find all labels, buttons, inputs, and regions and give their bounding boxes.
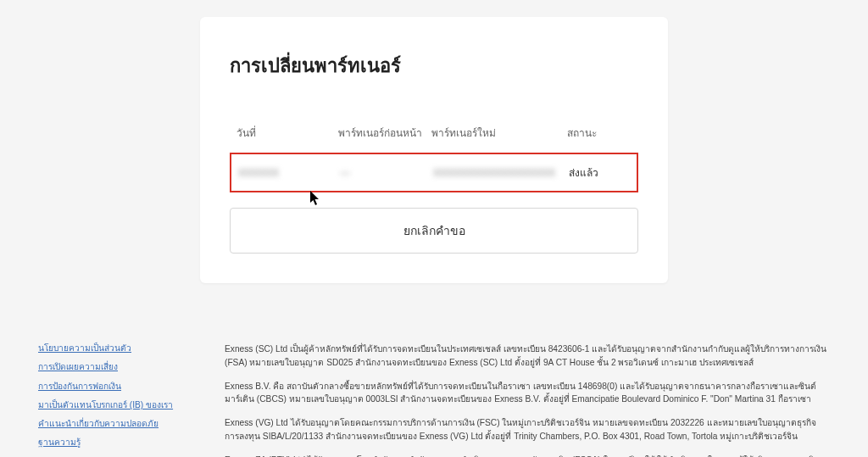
footer-link-privacy[interactable]: นโยบายความเป็นส่วนตัว: [38, 343, 184, 354]
footer-legal-text: Exness (SC) Ltd เป็นผู้ค้าหลักทรัพย์ที่ไ…: [225, 343, 830, 457]
col-header-date: วันที่: [236, 125, 338, 141]
row-prev: —: [340, 167, 433, 179]
page-footer: นโยบายความเป็นส่วนตัว การเปิดเผยความเสี่…: [0, 324, 868, 457]
cancel-request-button[interactable]: ยกเลิกคำขอ: [230, 208, 638, 254]
row-date: XXXXXX: [238, 167, 340, 179]
col-header-status: สถานะ: [567, 125, 632, 141]
request-row[interactable]: XXXXXX — XXXXXXXXXXXXXXXXXX ส่งแล้ว: [230, 153, 638, 192]
col-header-new: พาร์ทเนอร์ใหม่: [431, 125, 567, 141]
table-header-row: วันที่ พาร์ทเนอร์ก่อนหน้า พาร์ทเนอร์ใหม่…: [230, 125, 638, 141]
footer-link-aml[interactable]: การป้องกันการฟอกเงิน: [38, 381, 184, 393]
footer-link-ib[interactable]: มาเป็นตัวแทนโบรกเกอร์ (IB) ของเรา: [38, 399, 184, 411]
row-status: ส่งแล้ว: [569, 164, 630, 181]
footer-link-security[interactable]: คำแนะนำเกี่ยวกับความปลอดภัย: [38, 418, 184, 430]
col-header-prev: พาร์ทเนอร์ก่อนหน้า: [338, 125, 431, 141]
footer-links: นโยบายความเป็นส่วนตัว การเปิดเผยความเสี่…: [38, 343, 184, 457]
legal-para-3: Exness (VG) Ltd ได้รับอนุญาตโดยคณะกรรมกา…: [225, 416, 830, 443]
legal-para-1: Exness (SC) Ltd เป็นผู้ค้าหลักทรัพย์ที่ไ…: [225, 343, 830, 370]
footer-link-kb[interactable]: ฐานความรู้: [38, 437, 184, 449]
row-new: XXXXXXXXXXXXXXXXXX: [433, 167, 569, 179]
legal-para-2: Exness B.V. คือ สถาบันตัวกลางซื้อขายหลัก…: [225, 380, 830, 407]
legal-para-4: Exness ZA (PTY) Ltd ได้รับอนุญาตโดยสำนัก…: [225, 454, 830, 457]
partner-change-card: การเปลี่ยนพาร์ทเนอร์ วันที่ พาร์ทเนอร์ก่…: [200, 17, 668, 283]
footer-link-risk[interactable]: การเปิดเผยความเสี่ยง: [38, 361, 184, 373]
card-title: การเปลี่ยนพาร์ทเนอร์: [230, 51, 638, 81]
